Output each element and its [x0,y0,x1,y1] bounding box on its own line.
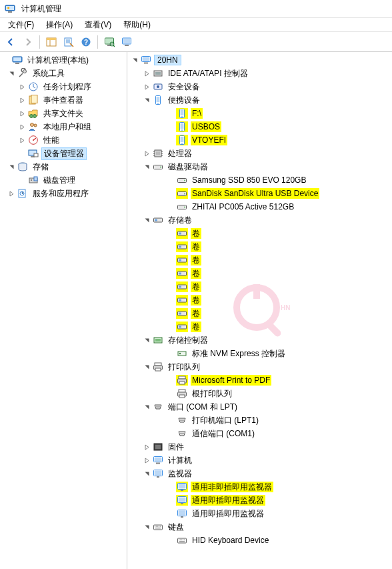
volume-icon [152,215,164,225]
show-hide-tree-button[interactable] [43,34,59,50]
expander-open-icon[interactable] [7,69,16,78]
tree-node-shared-folders[interactable]: 共享文件夹 [0,107,127,120]
device-node-monitor[interactable]: 通用即插即用监视器 [127,494,392,507]
expander-closed-icon[interactable] [17,122,27,131]
device-node-keyboard[interactable]: HID Keyboard Device [127,534,392,547]
device-node-portable[interactable]: VTOYEFI [127,133,392,147]
device-node-portable[interactable]: F:\ [127,107,392,120]
menu-view[interactable]: 查看(V) [79,18,117,32]
device-category-ports[interactable]: 端口 (COM 和 LPT) [127,400,392,414]
expander-closed-icon[interactable] [7,189,16,198]
device-node-disk[interactable]: SanDisk SanDisk Ultra USB Device [127,187,392,200]
expander-open-icon[interactable] [142,362,151,372]
device-category-storage-ctrl[interactable]: 存储控制器 [127,334,392,347]
expander-open-icon[interactable] [142,469,151,478]
svg-rect-50 [155,72,161,75]
svg-rect-148 [181,540,182,540]
expander-open-icon[interactable] [142,162,151,171]
device-node-volume[interactable]: 卷 [127,253,392,267]
monitor-icon [176,495,188,506]
expander-open-icon[interactable] [142,402,151,412]
device-node-disk[interactable]: Samsung SSD 850 EVO 120GB [127,173,392,187]
device-node-portable[interactable]: USBOS [127,120,392,133]
device-node-monitor[interactable]: 通用非即插即用监视器 [127,480,392,494]
expander-open-icon[interactable] [142,95,151,105]
device-category-firmware[interactable]: 固件 [127,440,392,454]
device-node-disk[interactable]: ZHITAI PC005 Active 512GB [127,200,392,213]
device-node-printer[interactable]: Microsoft Print to PDF [127,374,392,387]
device-category-keyboards[interactable]: 键盘 [127,520,392,534]
device-node-monitor[interactable]: 通用即插即用监视器 [127,507,392,520]
device-category-volumes[interactable]: 存储卷 [127,213,392,227]
disk-drive-icon [152,161,164,172]
node-label: 卷 [191,241,201,252]
tree-node-performance[interactable]: 性能 [0,133,127,147]
left-tree-pane[interactable]: 计算机管理(本地) 系统工具 [0,52,127,569]
device-category-portable[interactable]: 便携设备 [127,93,392,107]
expander-closed-icon[interactable] [142,442,151,452]
device-node-port[interactable]: 通信端口 (COM1) [127,427,392,440]
nav-forward-button[interactable] [20,34,36,50]
device-node-volume[interactable]: 卷 [127,307,392,320]
svg-point-23 [23,70,27,73]
device-category-monitors[interactable]: 监视器 [127,467,392,480]
expander-open-icon[interactable] [142,215,151,225]
expander-closed-icon[interactable] [142,69,151,78]
disk-drive-icon [176,201,188,212]
device-node-volume[interactable]: 卷 [127,320,392,334]
expander-open-icon[interactable] [142,522,151,532]
expander-closed-icon[interactable] [17,82,27,91]
tree-node-disk-management[interactable]: 磁盘管理 [0,173,127,187]
svg-rect-98 [179,326,181,328]
tree-node-storage[interactable]: 存储 [0,160,127,173]
menu-help[interactable]: 帮助(H) [118,18,156,32]
expander-open-icon[interactable] [142,336,151,345]
device-node-volume[interactable]: 卷 [127,280,392,294]
device-node-volume[interactable]: 卷 [127,240,392,253]
tree-node-local-users[interactable]: 本地用户和组 [0,120,127,133]
expander-open-icon[interactable] [7,162,16,171]
tree-node-services-apps[interactable]: 服务和应用程序 [0,187,127,200]
node-label: 固件 [167,442,185,452]
device-node-volume[interactable]: 卷 [127,294,392,307]
nav-back-button[interactable] [3,34,19,50]
device-category-security[interactable]: 安全设备 [127,80,392,93]
scan-hardware-button[interactable] [101,34,117,50]
tree-node-event-viewer[interactable]: 事件查看器 [0,93,127,107]
node-label: 通用即插即用监视器 [191,508,265,519]
right-tree-pane[interactable]: HN 20HNIDE ATA/ATAPI 控制器安全设备便携设备F:\USBOS… [127,52,392,569]
node-label: 卷 [191,308,201,319]
device-node-volume[interactable]: 卷 [127,267,392,280]
device-category-computer[interactable]: 计算机 [127,454,392,467]
expander-closed-icon[interactable] [17,135,27,145]
device-category-disks[interactable]: 磁盘驱动器 [127,160,392,173]
expander-open-icon[interactable] [130,55,139,65]
device-node-port[interactable]: 打印机端口 (LPT1) [127,414,392,427]
node-label: 服务和应用程序 [31,188,90,199]
tree-node-system-tools[interactable]: 系统工具 [0,67,127,80]
menu-action[interactable]: 操作(A) [41,18,78,32]
node-label: VTOYEFI [191,135,227,145]
menu-file[interactable]: 文件(F) [3,18,39,32]
device-category-processors[interactable]: 处理器 [127,147,392,160]
expander-closed-icon[interactable] [17,109,27,118]
tree-node-task-scheduler[interactable]: 任务计划程序 [0,80,127,93]
device-node-printer[interactable]: 根打印队列 [127,387,392,400]
device-category-print[interactable]: 打印队列 [127,360,392,374]
device-view-button[interactable] [119,34,135,50]
device-node-nvme[interactable]: 标准 NVM Express 控制器 [127,347,392,360]
help-button[interactable]: ? [78,34,94,50]
node-label: 存储控制器 [167,335,209,346]
expander-closed-icon[interactable] [142,456,151,465]
device-category-ide[interactable]: IDE ATA/ATAPI 控制器 [127,67,392,80]
properties-button[interactable] [61,34,77,50]
expander-closed-icon[interactable] [142,149,151,158]
device-root-node[interactable]: 20HN [127,53,392,67]
node-label: 事件查看器 [42,95,85,105]
expander-closed-icon[interactable] [17,95,27,105]
volume-icon [176,308,188,319]
device-node-volume[interactable]: 卷 [127,227,392,240]
tree-node-device-manager[interactable]: 设备管理器 [0,147,127,160]
expander-closed-icon[interactable] [142,82,151,91]
tree-root-node[interactable]: 计算机管理(本地) [0,53,127,67]
